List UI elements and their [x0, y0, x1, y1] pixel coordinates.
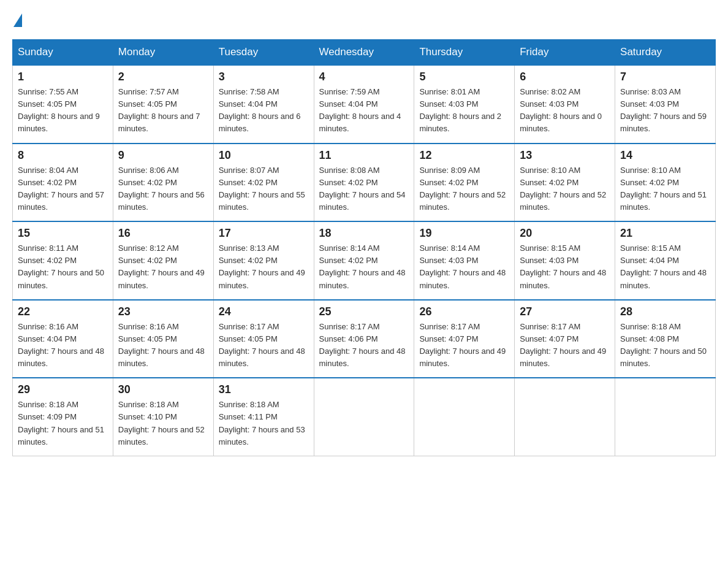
weekday-header-thursday: Thursday	[414, 40, 515, 66]
calendar-cell: 29Sunrise: 8:18 AMSunset: 4:09 PMDayligh…	[13, 378, 113, 456]
day-info: Sunrise: 7:55 AMSunset: 4:05 PMDaylight:…	[18, 86, 108, 136]
calendar-table: SundayMondayTuesdayWednesdayThursdayFrid…	[12, 39, 716, 456]
calendar-cell: 28Sunrise: 8:18 AMSunset: 4:08 PMDayligh…	[615, 300, 716, 378]
day-number: 14	[620, 149, 710, 162]
day-number: 23	[118, 305, 208, 318]
day-number: 5	[419, 71, 509, 83]
day-number: 21	[620, 227, 710, 240]
calendar-week-row: 8Sunrise: 8:04 AMSunset: 4:02 PMDaylight…	[13, 144, 716, 222]
day-number: 1	[18, 71, 108, 83]
day-number: 18	[319, 227, 409, 240]
calendar-cell: 13Sunrise: 8:10 AMSunset: 4:02 PMDayligh…	[515, 144, 615, 222]
calendar-cell: 10Sunrise: 8:07 AMSunset: 4:02 PMDayligh…	[213, 144, 314, 222]
day-info: Sunrise: 7:57 AMSunset: 4:05 PMDaylight:…	[118, 86, 208, 136]
calendar-cell: 18Sunrise: 8:14 AMSunset: 4:02 PMDayligh…	[314, 221, 414, 300]
calendar-cell: 25Sunrise: 8:17 AMSunset: 4:06 PMDayligh…	[314, 300, 414, 378]
day-info: Sunrise: 8:10 AMSunset: 4:02 PMDaylight:…	[620, 164, 710, 214]
day-info: Sunrise: 8:17 AMSunset: 4:05 PMDaylight:…	[219, 321, 309, 370]
day-info: Sunrise: 8:04 AMSunset: 4:02 PMDaylight:…	[18, 164, 108, 214]
day-number: 17	[219, 227, 309, 240]
calendar-cell: 3Sunrise: 7:58 AMSunset: 4:04 PMDaylight…	[213, 65, 314, 144]
day-info: Sunrise: 8:18 AMSunset: 4:08 PMDaylight:…	[620, 321, 710, 370]
calendar-cell: 16Sunrise: 8:12 AMSunset: 4:02 PMDayligh…	[113, 221, 213, 300]
calendar-cell	[414, 378, 515, 456]
day-info: Sunrise: 7:58 AMSunset: 4:04 PMDaylight:…	[219, 86, 309, 136]
day-info: Sunrise: 8:17 AMSunset: 4:07 PMDaylight:…	[520, 321, 610, 370]
day-number: 8	[18, 149, 108, 162]
day-number: 25	[319, 305, 409, 318]
day-info: Sunrise: 8:14 AMSunset: 4:02 PMDaylight:…	[319, 242, 409, 292]
day-number: 3	[219, 71, 309, 83]
calendar-cell: 7Sunrise: 8:03 AMSunset: 4:03 PMDaylight…	[615, 65, 716, 144]
day-info: Sunrise: 8:18 AMSunset: 4:09 PMDaylight:…	[18, 399, 108, 448]
day-info: Sunrise: 8:17 AMSunset: 4:07 PMDaylight:…	[419, 321, 509, 370]
day-number: 29	[18, 383, 108, 396]
calendar-cell: 5Sunrise: 8:01 AMSunset: 4:03 PMDaylight…	[414, 65, 515, 144]
calendar-cell: 15Sunrise: 8:11 AMSunset: 4:02 PMDayligh…	[13, 221, 113, 300]
day-number: 9	[118, 149, 208, 162]
day-number: 30	[118, 383, 208, 396]
calendar-cell: 11Sunrise: 8:08 AMSunset: 4:02 PMDayligh…	[314, 144, 414, 222]
calendar-cell: 30Sunrise: 8:18 AMSunset: 4:10 PMDayligh…	[113, 378, 213, 456]
calendar-cell: 2Sunrise: 7:57 AMSunset: 4:05 PMDaylight…	[113, 65, 213, 144]
weekday-header-monday: Monday	[113, 40, 213, 66]
day-info: Sunrise: 8:15 AMSunset: 4:03 PMDaylight:…	[520, 242, 610, 292]
day-number: 27	[520, 305, 610, 318]
day-info: Sunrise: 8:10 AMSunset: 4:02 PMDaylight:…	[520, 164, 610, 214]
calendar-cell: 27Sunrise: 8:17 AMSunset: 4:07 PMDayligh…	[515, 300, 615, 378]
day-info: Sunrise: 8:18 AMSunset: 4:10 PMDaylight:…	[118, 399, 208, 448]
day-info: Sunrise: 8:17 AMSunset: 4:06 PMDaylight:…	[319, 321, 409, 370]
day-number: 10	[219, 149, 309, 162]
calendar-cell: 6Sunrise: 8:02 AMSunset: 4:03 PMDaylight…	[515, 65, 615, 144]
calendar-cell: 20Sunrise: 8:15 AMSunset: 4:03 PMDayligh…	[515, 221, 615, 300]
day-number: 13	[520, 149, 610, 162]
day-number: 19	[419, 227, 509, 240]
calendar-header-row: SundayMondayTuesdayWednesdayThursdayFrid…	[13, 40, 716, 66]
day-info: Sunrise: 8:16 AMSunset: 4:05 PMDaylight:…	[118, 321, 208, 370]
calendar-cell: 23Sunrise: 8:16 AMSunset: 4:05 PMDayligh…	[113, 300, 213, 378]
day-info: Sunrise: 8:09 AMSunset: 4:02 PMDaylight:…	[419, 164, 509, 214]
day-number: 31	[219, 383, 309, 396]
day-info: Sunrise: 8:16 AMSunset: 4:04 PMDaylight:…	[18, 321, 108, 370]
day-number: 22	[18, 305, 108, 318]
weekday-header-tuesday: Tuesday	[213, 40, 314, 66]
day-number: 11	[319, 149, 409, 162]
calendar-cell: 12Sunrise: 8:09 AMSunset: 4:02 PMDayligh…	[414, 144, 515, 222]
page-header	[12, 12, 716, 27]
calendar-cell: 24Sunrise: 8:17 AMSunset: 4:05 PMDayligh…	[213, 300, 314, 378]
day-info: Sunrise: 7:59 AMSunset: 4:04 PMDaylight:…	[319, 86, 409, 136]
day-info: Sunrise: 8:14 AMSunset: 4:03 PMDaylight:…	[419, 242, 509, 292]
calendar-cell: 31Sunrise: 8:18 AMSunset: 4:11 PMDayligh…	[213, 378, 314, 456]
day-number: 4	[319, 71, 409, 83]
logo-triangle-icon	[13, 13, 22, 27]
calendar-week-row: 1Sunrise: 7:55 AMSunset: 4:05 PMDaylight…	[13, 65, 716, 144]
day-info: Sunrise: 8:02 AMSunset: 4:03 PMDaylight:…	[520, 86, 610, 136]
calendar-cell: 22Sunrise: 8:16 AMSunset: 4:04 PMDayligh…	[13, 300, 113, 378]
day-info: Sunrise: 8:03 AMSunset: 4:03 PMDaylight:…	[620, 86, 710, 136]
calendar-cell	[615, 378, 716, 456]
day-info: Sunrise: 8:08 AMSunset: 4:02 PMDaylight:…	[319, 164, 409, 214]
day-number: 20	[520, 227, 610, 240]
calendar-week-row: 15Sunrise: 8:11 AMSunset: 4:02 PMDayligh…	[13, 221, 716, 300]
day-number: 26	[419, 305, 509, 318]
day-info: Sunrise: 8:01 AMSunset: 4:03 PMDaylight:…	[419, 86, 509, 136]
weekday-header-wednesday: Wednesday	[314, 40, 414, 66]
calendar-cell: 1Sunrise: 7:55 AMSunset: 4:05 PMDaylight…	[13, 65, 113, 144]
calendar-cell: 14Sunrise: 8:10 AMSunset: 4:02 PMDayligh…	[615, 144, 716, 222]
logo	[12, 12, 22, 27]
calendar-cell: 4Sunrise: 7:59 AMSunset: 4:04 PMDaylight…	[314, 65, 414, 144]
calendar-cell	[314, 378, 414, 456]
day-number: 24	[219, 305, 309, 318]
day-number: 12	[419, 149, 509, 162]
day-number: 2	[118, 71, 208, 83]
calendar-cell: 9Sunrise: 8:06 AMSunset: 4:02 PMDaylight…	[113, 144, 213, 222]
day-number: 28	[620, 305, 710, 318]
calendar-week-row: 22Sunrise: 8:16 AMSunset: 4:04 PMDayligh…	[13, 300, 716, 378]
day-info: Sunrise: 8:13 AMSunset: 4:02 PMDaylight:…	[219, 242, 309, 292]
calendar-cell: 21Sunrise: 8:15 AMSunset: 4:04 PMDayligh…	[615, 221, 716, 300]
day-number: 6	[520, 71, 610, 83]
day-number: 15	[18, 227, 108, 240]
day-number: 7	[620, 71, 710, 83]
calendar-cell: 26Sunrise: 8:17 AMSunset: 4:07 PMDayligh…	[414, 300, 515, 378]
day-info: Sunrise: 8:07 AMSunset: 4:02 PMDaylight:…	[219, 164, 309, 214]
